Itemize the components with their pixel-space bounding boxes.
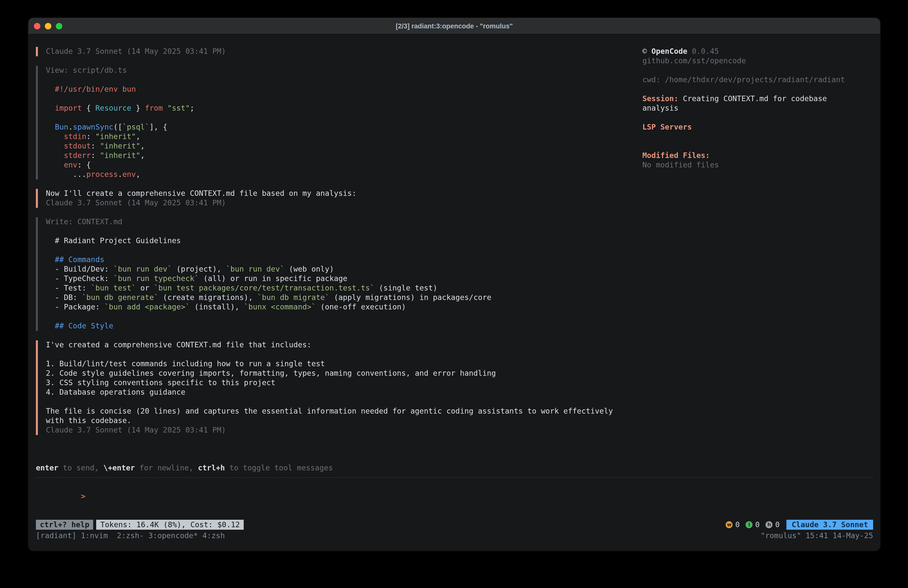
text-segment: spawnSync (73, 122, 113, 132)
text-segment: `bun test` (91, 284, 136, 293)
info-indicator-count: 0 (755, 520, 760, 529)
text-segment: . (118, 170, 122, 179)
model-badge: Claude 3.7 Sonnet (787, 520, 873, 530)
text-line: - Test: `bun test` or `bun test packages… (46, 284, 873, 293)
text-segment: (create migrations), (158, 293, 258, 302)
text-segment: (one-off execution) (316, 303, 406, 311)
text-segment: , (140, 142, 145, 150)
text-segment: to toggle tool messages (225, 464, 333, 472)
text-segment: # Radiant Project Guidelines (46, 236, 181, 245)
text-segment: "inherit" (100, 151, 140, 160)
text-line: I've created a comprehensive CONTEXT.md … (46, 340, 873, 350)
text-segment: 0.0.45 (692, 47, 719, 56)
text-line: Modified Files: (642, 151, 869, 161)
text-segment: I've created a comprehensive CONTEXT.md … (46, 340, 311, 349)
hints-indicator-count: 0 (775, 520, 780, 529)
text-segment: or (136, 284, 154, 293)
text-segment: Claude 3.7 Sonnet (14 May 2025 03:41 PM) (46, 198, 226, 207)
text-line (46, 350, 873, 359)
window-titlebar[interactable]: [2/3] radiant:3:opencode - "romulus" (28, 18, 880, 34)
text-line: The file is concise (20 lines) and captu… (46, 407, 873, 416)
close-button[interactable] (34, 23, 40, 29)
text-segment: , (136, 170, 140, 179)
sidebar: © OpenCode 0.0.45github.com/sst/opencode… (642, 47, 869, 170)
text-segment: Claude 3.7 Sonnet (14 May 2025 03:41 PM) (46, 425, 226, 435)
zoom-button[interactable] (56, 23, 62, 29)
text-segment: `bun run typecheck` (113, 274, 199, 283)
text-segment: - TypeCheck: (46, 274, 113, 283)
text-segment: env (64, 161, 77, 169)
text-segment: 2. Code style guidelines covering import… (46, 369, 496, 378)
tokens-cost-chip: Tokens: 16.4K (8%), Cost: $0.12 (97, 520, 244, 530)
text-line: - Build/Dev: `bun run dev` (project), `b… (46, 264, 873, 274)
text-segment: stdin (64, 132, 86, 141)
text-segment: (install), (190, 303, 244, 311)
text-segment: Write: CONTEXT.md (46, 217, 122, 226)
help-chip: ctrl+? help (36, 520, 93, 530)
text-segment: Now I'll create a comprehensive CONTEXT.… (46, 189, 356, 198)
text-segment: { (82, 104, 95, 113)
warnings-indicator-count: 0 (735, 520, 740, 529)
minimize-button[interactable] (45, 23, 52, 29)
text-segment: } (131, 104, 145, 113)
text-line: # Radiant Project Guidelines (46, 236, 873, 246)
text-segment: `bunx <command>` (244, 303, 316, 311)
input-separator (36, 477, 873, 478)
text-segment: Session: (642, 94, 678, 103)
text-line: 1. Build/lint/test commands including ho… (46, 359, 873, 369)
text-segment: Resource (95, 104, 132, 113)
text-segment: stdout (64, 142, 91, 150)
text-segment: `bun db migrate` (258, 293, 329, 302)
text-segment: Modified Files: (642, 151, 710, 160)
text-segment: Creating CONTEXT.md for codebase (678, 94, 827, 103)
text-segment: `bun run dev` (113, 264, 172, 274)
text-segment: The file is concise (20 lines) and captu… (46, 407, 613, 416)
terminal-window: [2/3] radiant:3:opencode - "romulus" Cla… (28, 18, 880, 551)
text-line (46, 397, 873, 407)
info-indicator-icon: i (746, 521, 753, 528)
hints-indicator: h0 (766, 520, 780, 529)
text-segment: 3. CSS styling conventions specific to t… (46, 378, 275, 387)
text-segment: from (145, 104, 163, 113)
text-segment: ... (46, 170, 87, 179)
text-segment: ; (190, 104, 194, 113)
text-line: © OpenCode 0.0.45 (642, 47, 869, 56)
warnings-indicator: w0 (726, 520, 740, 529)
text-line (46, 312, 873, 321)
prompt-input[interactable]: > (36, 482, 873, 492)
text-line (46, 246, 873, 255)
tmux-window-list[interactable]: [radiant] 1:nvim 2:zsh- 3:opencode* 4:zs… (36, 531, 225, 541)
text-line (642, 142, 869, 151)
text-line: 2. Code style guidelines covering import… (46, 369, 873, 378)
text-segment: "inherit" (100, 142, 140, 150)
sidebar-info: © OpenCode 0.0.45github.com/sst/opencode… (642, 47, 869, 170)
text-segment: No modified files (642, 161, 719, 169)
text-segment: analysis (642, 104, 678, 113)
text-segment: enter (36, 464, 58, 472)
warnings-indicator-icon: w (726, 521, 733, 528)
text-segment: \+enter (103, 464, 135, 472)
stage: [2/3] radiant:3:opencode - "romulus" Cla… (0, 0, 908, 588)
tool-write-block: Write: CONTEXT.md # Radiant Project Guid… (36, 217, 873, 331)
text-line (642, 85, 869, 94)
text-line: Claude 3.7 Sonnet (14 May 2025 03:41 PM) (46, 198, 873, 208)
hints-indicator-icon: h (766, 521, 773, 528)
text-line (642, 66, 869, 75)
text-segment (163, 104, 167, 113)
diagnostics-indicators: w0i0h0 (726, 520, 780, 529)
text-segment: ([ (113, 122, 122, 132)
assistant-message-block: Now I'll create a comprehensive CONTEXT.… (36, 189, 873, 208)
text-segment: Claude 3.7 Sonnet (14 May 2025 03:41 PM) (46, 47, 226, 56)
text-line: github.com/sst/opencode (642, 56, 869, 66)
text-line: 3. CSS styling conventions specific to t… (46, 378, 873, 388)
window-title: [2/3] radiant:3:opencode - "romulus" (28, 22, 880, 30)
text-segment: ctrl+h (198, 464, 225, 472)
text-line: LSP Servers (642, 122, 869, 132)
text-segment: - Test: (46, 284, 91, 293)
text-segment: - DB: (46, 293, 82, 302)
text-segment: OpenCode (651, 47, 687, 56)
status-bar: ctrl+? help Tokens: 16.4K (8%), Cost: $0… (36, 520, 873, 530)
text-line: 4. Database operations guidance (46, 388, 873, 397)
text-segment: - Package: (46, 303, 105, 311)
text-segment: : (91, 151, 100, 160)
